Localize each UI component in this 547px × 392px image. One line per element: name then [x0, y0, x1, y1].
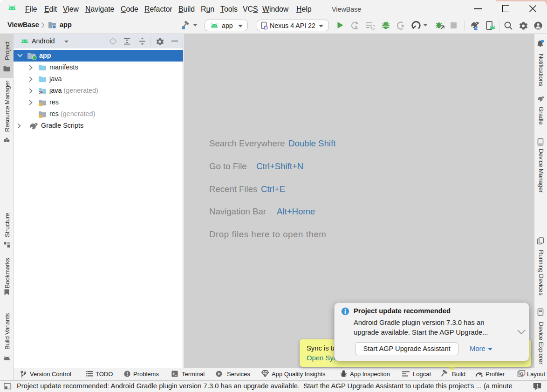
- svg-text:A: A: [355, 25, 358, 30]
